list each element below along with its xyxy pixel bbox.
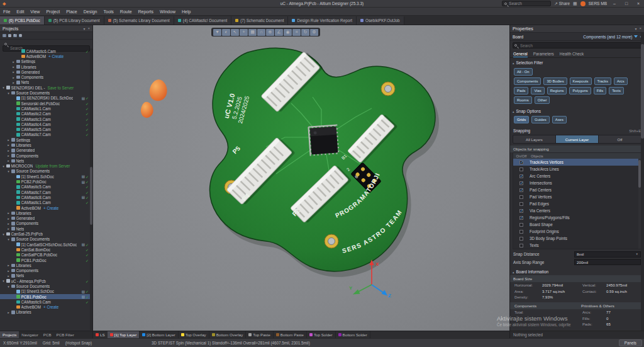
tree-item[interactable]: ▸ Components xyxy=(0,268,90,273)
snap-distance-input[interactable]: 8mil ▼ xyxy=(574,251,641,258)
expand-arrow-icon[interactable]: ▸ xyxy=(7,143,10,147)
user-avatar[interactable] xyxy=(580,1,586,6)
tree-item[interactable]: ▸ Libraries xyxy=(0,310,90,315)
expand-arrow-icon[interactable]: ▸ xyxy=(12,81,15,84)
grid-icon[interactable]: ▦ xyxy=(248,29,257,36)
magnet-icon[interactable]: ∩ xyxy=(257,29,265,36)
layers-icon[interactable]: ≡ xyxy=(292,29,301,36)
expand-arrow-icon[interactable]: ▾ xyxy=(2,279,5,283)
minimize-button[interactable]: – xyxy=(610,1,619,6)
origin-icon[interactable]: ⊕ xyxy=(266,29,274,36)
expand-arrow-icon[interactable]: ▾ xyxy=(2,86,5,89)
tree-item[interactable]: CanSatPCB.PcbDoc ✓ xyxy=(0,253,90,258)
pcb-board-3d[interactable]: uC V1.0 5.2.2025 2024/2025 P5 P4 P2 B1 R… xyxy=(178,43,445,277)
document-tab[interactable]: (4) CAMtastic! Document xyxy=(174,16,231,25)
titlebar-search-input[interactable]: Search xyxy=(502,1,551,6)
board-information-header[interactable]: ▴ Board Information xyxy=(510,267,644,275)
chevron-down-icon[interactable]: ▾ xyxy=(83,26,85,31)
maximize-button[interactable]: □ xyxy=(622,1,631,6)
settings-icon[interactable]: ⚙ xyxy=(19,34,23,38)
filter-button[interactable]: Regions xyxy=(547,87,567,94)
expand-arrow-icon[interactable]: ▸ xyxy=(7,269,10,273)
tree-item[interactable]: CAMtastic5.Cam ✓ xyxy=(0,127,90,132)
tree-item[interactable]: ▸ Generated xyxy=(0,69,90,74)
expand-arrow-icon[interactable]: ▸ xyxy=(7,310,10,314)
tree-item[interactable]: CAMtastic7.Cam ✓ xyxy=(0,190,90,195)
layer-tab[interactable]: [2] Bottom Layer xyxy=(140,331,178,338)
checkbox[interactable] xyxy=(519,161,523,164)
panel-tab[interactable]: PCB Filter xyxy=(54,331,77,338)
tree-item[interactable]: ▸ Generated xyxy=(0,148,90,153)
snap-object-row[interactable]: Footprint Origins xyxy=(513,228,641,235)
snap-object-row[interactable]: Pad Vertices xyxy=(513,193,641,200)
document-tab[interactable]: (6) PCB1.PcbDoc xyxy=(0,16,45,25)
expand-arrow-icon[interactable]: ▸ xyxy=(7,217,10,220)
snap-object-row[interactable]: Arc Centers xyxy=(513,173,641,179)
snap-object-row[interactable]: Via Centers xyxy=(513,207,641,214)
expand-arrow-icon[interactable]: ▾ xyxy=(2,232,5,236)
properties-tab[interactable]: Parameters xyxy=(533,50,554,57)
document-tab[interactable]: Design Rule Verification Report xyxy=(288,16,357,25)
checkbox[interactable] xyxy=(519,216,523,220)
document-tab[interactable]: (5) Schematic Library Document xyxy=(104,16,174,25)
tree-item[interactable]: ▾ uC - Atmega.PrjPcb ✓ xyxy=(0,278,90,283)
move-icon[interactable]: + xyxy=(240,29,248,36)
refresh-icon[interactable]: ↻ xyxy=(13,34,17,38)
tree-item[interactable]: ▸ Nets xyxy=(0,226,90,231)
checkbox[interactable] xyxy=(519,181,523,185)
snap-object-row[interactable]: Board Shape xyxy=(513,221,641,228)
mounting-hole[interactable] xyxy=(381,82,395,96)
mounting-hole[interactable] xyxy=(325,234,338,248)
properties-tab[interactable]: Health Check xyxy=(560,50,584,57)
tree-item[interactable]: ▸ Nets xyxy=(0,273,90,278)
expand-arrow-icon[interactable]: ▾ xyxy=(2,164,5,168)
layer-tab[interactable]: Top Solder xyxy=(307,331,336,338)
tree-item-action[interactable]: + Create xyxy=(48,54,64,59)
tree-item-action[interactable]: + Create xyxy=(43,305,58,309)
pcb-3d-canvas[interactable]: ▼◐↖+▦∩⊕∠◉≡↻⚙ xyxy=(93,25,509,331)
checkbox[interactable] xyxy=(519,237,523,241)
settings-icon[interactable]: ⚙ xyxy=(310,29,318,36)
close-button[interactable]: × xyxy=(634,1,643,6)
snap-object-row[interactable]: Track/Arcs Lines xyxy=(513,166,641,173)
tree-item[interactable]: CAMtastic5.Cam ✓ xyxy=(0,185,90,190)
snap-object-row[interactable]: Pad Centers xyxy=(513,186,641,193)
folder-open-icon[interactable]: ▤ xyxy=(8,34,12,38)
tree-item[interactable]: ▸ Settings xyxy=(0,137,90,142)
tree-item[interactable]: ▾ Source Documents xyxy=(0,169,90,174)
blob-shape-2[interactable] xyxy=(141,102,153,118)
expand-arrow-icon[interactable]: ▸ xyxy=(12,65,15,69)
layer-tab[interactable]: Bottom Paste xyxy=(274,331,307,338)
all-on-button[interactable]: All - On xyxy=(514,68,533,76)
layer-tab[interactable]: [1] Top Layer xyxy=(108,331,140,338)
filter-button[interactable]: Texts xyxy=(609,87,624,94)
tree-item[interactable]: ▸ Components xyxy=(0,74,90,79)
tree-item[interactable]: CAMtastic1.Cam ✓ xyxy=(0,106,90,111)
tree-item[interactable]: ▸ Nets xyxy=(0,158,90,163)
checkbox[interactable] xyxy=(519,168,523,171)
floating-3d-body[interactable] xyxy=(138,78,171,122)
filter-button[interactable]: Tracks xyxy=(594,77,611,85)
snap-object-row[interactable]: Texts xyxy=(513,242,641,249)
save-icon[interactable]: ↓ xyxy=(3,34,6,38)
filter-button[interactable]: Arcs xyxy=(614,77,628,85)
expand-arrow-icon[interactable]: ▸ xyxy=(7,274,10,278)
tree-item[interactable]: ▾ CanSat-25.PrjPcb xyxy=(0,231,90,236)
snapping-mode-button[interactable]: Current Layer xyxy=(556,135,599,143)
menu-item[interactable]: Window xyxy=(157,9,179,14)
menu-item[interactable]: Route xyxy=(117,9,135,14)
checkbox[interactable] xyxy=(519,188,523,192)
tree-item[interactable]: ▸ Libraries xyxy=(0,210,90,215)
tree-item[interactable]: [1] SENZORSKI DEL.SchDoc ▤✓ xyxy=(0,96,90,101)
tree-item[interactable]: [1] Sheet3.SchDoc ▤✓ xyxy=(0,289,90,294)
snap-option-button[interactable]: Grids xyxy=(514,116,529,123)
expand-arrow-icon[interactable]: ▸ xyxy=(7,211,10,215)
panel-tab[interactable]: PCB xyxy=(41,331,54,338)
checkbox[interactable] xyxy=(519,244,523,247)
blob-shape-1[interactable] xyxy=(150,79,167,101)
snap-option-button[interactable]: Axes xyxy=(552,116,567,123)
share-button[interactable]: ↗ Share xyxy=(554,1,570,6)
ic-chip[interactable] xyxy=(308,124,340,156)
layer-set-button[interactable]: LS xyxy=(93,333,108,337)
expand-arrow-icon[interactable]: ▸ xyxy=(7,149,10,152)
